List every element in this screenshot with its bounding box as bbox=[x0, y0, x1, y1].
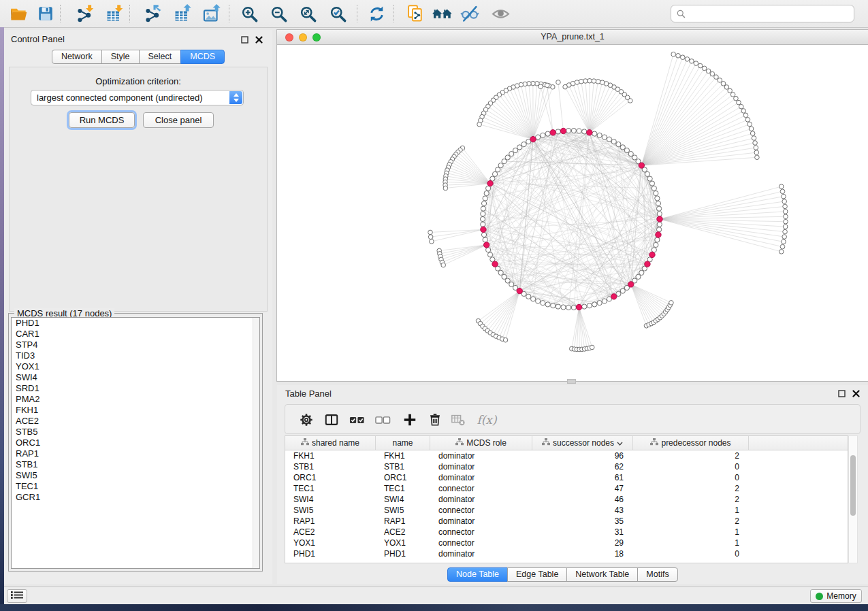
export-network-icon[interactable] bbox=[142, 3, 164, 24]
cell-name: ORC1 bbox=[376, 473, 430, 482]
close-panel-button[interactable]: Close panel bbox=[143, 112, 214, 128]
tab-network-table[interactable]: Network Table bbox=[566, 567, 638, 582]
export-table-icon[interactable] bbox=[172, 3, 193, 24]
tab-node-table[interactable]: Node Table bbox=[447, 567, 508, 582]
show-all-icon[interactable] bbox=[489, 3, 511, 24]
memory-button[interactable]: Memory bbox=[810, 589, 862, 603]
settings-gear-icon[interactable] bbox=[298, 411, 315, 429]
mcds-node-item[interactable]: RAP1 bbox=[12, 448, 259, 459]
table-row[interactable]: SWI4SWI4dominator462 bbox=[285, 494, 848, 505]
create-column-icon[interactable] bbox=[401, 411, 419, 429]
network-canvas[interactable] bbox=[278, 45, 867, 380]
select-all-icon[interactable] bbox=[348, 411, 366, 429]
float-panel-icon[interactable] bbox=[240, 35, 249, 44]
tab-edge-table[interactable]: Edge Table bbox=[507, 567, 567, 582]
tab-style[interactable]: Style bbox=[101, 50, 140, 64]
splitter-handle[interactable] bbox=[567, 379, 576, 384]
optimization-criterion-label: Optimization criterion: bbox=[10, 76, 267, 86]
tab-motifs[interactable]: Motifs bbox=[637, 567, 677, 582]
mcds-node-item[interactable]: STB5 bbox=[12, 427, 259, 437]
cell-MCDS-role: dominator bbox=[430, 473, 532, 482]
zoom-selected-icon[interactable] bbox=[327, 3, 349, 24]
float-table-panel-icon[interactable] bbox=[837, 389, 846, 398]
select-stepper-icon bbox=[229, 91, 242, 104]
network-graph bbox=[278, 45, 867, 380]
mcds-node-item[interactable]: FKH1 bbox=[12, 405, 259, 416]
column-header-predecessor-nodes[interactable]: predecessor nodes bbox=[633, 436, 749, 450]
cell-predecessor-nodes: 0 bbox=[633, 549, 749, 559]
tab-select[interactable]: Select bbox=[139, 50, 182, 64]
mcds-node-item[interactable]: ACE2 bbox=[12, 416, 259, 427]
mcds-node-item[interactable]: TEC1 bbox=[12, 481, 259, 492]
tab-mcds[interactable]: MCDS bbox=[180, 50, 225, 64]
column-label: shared name bbox=[312, 438, 359, 448]
mcds-node-item[interactable]: PMA2 bbox=[12, 394, 259, 405]
first-neighbors-icon[interactable] bbox=[432, 3, 453, 24]
table-row[interactable]: TEC1TEC1connector472 bbox=[285, 483, 848, 494]
column-header-MCDS-role[interactable]: MCDS role bbox=[430, 436, 532, 450]
mcds-result-list[interactable]: PHD1CAR1STP4TID3YOX1SWI4SRD1PMA2FKH1ACE2… bbox=[11, 317, 260, 569]
cell-shared-name: FKH1 bbox=[285, 451, 376, 461]
column-header-shared-name[interactable]: shared name bbox=[285, 436, 376, 450]
mcds-node-item[interactable]: ORC1 bbox=[12, 437, 259, 448]
clone-network-icon[interactable] bbox=[404, 3, 426, 24]
run-mcds-button[interactable]: Run MCDS bbox=[69, 112, 135, 128]
table-row[interactable]: SWI5SWI5connector431 bbox=[285, 505, 848, 516]
optimization-criterion-select[interactable]: largest connected component (undirected) bbox=[31, 90, 244, 105]
network-titlebar[interactable]: YPA_prune.txt_1 bbox=[277, 30, 868, 45]
zoom-in-icon[interactable] bbox=[238, 3, 260, 24]
search-input[interactable] bbox=[689, 8, 854, 20]
zoom-out-icon[interactable] bbox=[268, 3, 289, 24]
zoom-fit-icon[interactable] bbox=[297, 3, 319, 24]
cell-predecessor-nodes: 0 bbox=[633, 473, 749, 482]
refresh-icon[interactable] bbox=[366, 3, 387, 24]
cell-successor-nodes: 46 bbox=[532, 495, 633, 504]
mcds-node-item[interactable]: YOX1 bbox=[12, 361, 259, 372]
import-table-icon[interactable] bbox=[103, 3, 125, 24]
import-network-icon[interactable] bbox=[74, 3, 96, 24]
tab-network[interactable]: Network bbox=[52, 50, 102, 64]
column-header-successor-nodes[interactable]: successor nodes bbox=[532, 436, 633, 450]
close-panel-icon[interactable] bbox=[254, 35, 263, 44]
cell-MCDS-role: connector bbox=[430, 484, 532, 493]
delete-column-icon[interactable] bbox=[426, 411, 444, 429]
task-history-button[interactable] bbox=[7, 589, 27, 603]
column-chooser-icon[interactable] bbox=[323, 411, 340, 429]
cell-shared-name: SWI5 bbox=[285, 506, 376, 515]
mcds-node-item[interactable]: GCR1 bbox=[12, 492, 259, 503]
close-table-panel-icon[interactable] bbox=[851, 389, 861, 398]
node-table: shared namenameMCDS rolesuccessor nodesp… bbox=[285, 435, 848, 563]
hide-selected-icon[interactable] bbox=[459, 3, 481, 24]
cell-name: STB1 bbox=[376, 462, 430, 472]
table-row[interactable]: PHD1PHD1dominator180 bbox=[285, 548, 848, 559]
cell-name: ACE2 bbox=[376, 527, 430, 537]
group-icon bbox=[542, 438, 550, 448]
export-image-icon[interactable] bbox=[201, 3, 223, 24]
table-row[interactable]: ORC1ORC1dominator610 bbox=[285, 472, 848, 483]
column-header-name[interactable]: name bbox=[376, 436, 430, 450]
table-row[interactable]: FKH1FKH1dominator962 bbox=[285, 450, 848, 461]
mcds-node-item[interactable]: TID3 bbox=[12, 350, 259, 361]
table-row[interactable]: ACE2ACE2connector311 bbox=[285, 527, 848, 538]
mcds-node-item[interactable]: SWI4 bbox=[12, 372, 259, 383]
mcds-node-item[interactable]: STP4 bbox=[12, 340, 259, 350]
mcds-node-item[interactable]: STB1 bbox=[12, 459, 259, 470]
table-row[interactable]: STB1STB1dominator620 bbox=[285, 461, 848, 472]
table-scrollbar[interactable] bbox=[848, 435, 858, 563]
control-panel-tabs: NetworkStyleSelectMCDS bbox=[4, 50, 272, 64]
table-panel: Table Panel f(x) shared namenameMCDS rol… bbox=[277, 385, 868, 584]
table-row[interactable]: RAP1RAP1dominator352 bbox=[285, 516, 848, 527]
mcds-node-item[interactable]: PHD1 bbox=[12, 318, 259, 329]
mcds-node-item[interactable]: CAR1 bbox=[12, 329, 259, 340]
table-row[interactable]: YOX1YOX1connector291 bbox=[285, 538, 848, 548]
open-session-icon[interactable] bbox=[7, 3, 29, 24]
mcds-list-scrollbar[interactable] bbox=[253, 318, 259, 568]
cell-successor-nodes: 47 bbox=[532, 484, 633, 493]
mcds-node-item[interactable]: SRD1 bbox=[12, 383, 259, 394]
deselect-all-icon[interactable] bbox=[374, 411, 391, 429]
column-label: MCDS role bbox=[466, 438, 507, 448]
mcds-node-item[interactable]: SWI5 bbox=[12, 470, 259, 481]
table-scrollbar-thumb[interactable] bbox=[850, 455, 856, 516]
group-icon bbox=[301, 438, 309, 448]
save-session-icon[interactable] bbox=[35, 3, 57, 24]
